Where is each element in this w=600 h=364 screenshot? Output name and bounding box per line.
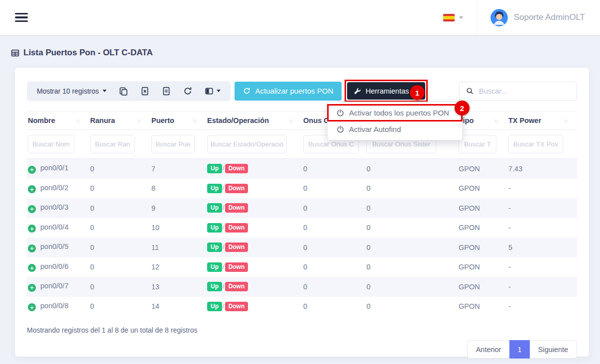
column-header-2[interactable]: Puerto↑↓ xyxy=(150,112,206,130)
expand-row-icon[interactable]: + xyxy=(28,264,36,272)
expand-row-icon[interactable]: + xyxy=(28,205,36,213)
expand-row-icon[interactable]: + xyxy=(28,225,36,233)
cell-tipo: GPON xyxy=(458,297,507,317)
column-header-0[interactable]: Nombre↑↓ xyxy=(27,112,89,130)
cell-nombre: pon0/0/3 xyxy=(40,203,68,211)
cell-onus: 0 xyxy=(302,198,365,218)
tools-dropdown-menu: Activar todos los puertos PONActivar Aut… xyxy=(327,102,463,140)
status-down-badge: Down xyxy=(225,262,248,272)
sort-icon[interactable]: ↑↓ xyxy=(494,118,497,123)
app-screen: Soporte AdminOLT Lista Puertos Pon - OLT… xyxy=(0,0,600,364)
export-excel-icon[interactable] xyxy=(140,87,149,96)
page-title: Lista Puertos Pon - OLT C-DATA xyxy=(11,48,600,58)
table-row: +pon0/0/6012Up/Down00GPON- xyxy=(27,257,577,277)
user-menu[interactable]: Soporte AdminOLT xyxy=(476,0,585,35)
status-down-badge: Down xyxy=(225,282,248,291)
status-up-badge: Up xyxy=(207,184,222,193)
copy-icon[interactable] xyxy=(119,87,128,96)
next-page-button[interactable]: Siguiente xyxy=(530,340,577,359)
refresh-icon[interactable] xyxy=(183,87,192,96)
power-icon xyxy=(337,125,344,133)
cell-nombre: pon0/0/1 xyxy=(40,164,68,172)
current-page-button[interactable]: 1 xyxy=(509,340,529,359)
export-file-icon[interactable] xyxy=(162,87,171,96)
status-up-badge: Up xyxy=(207,203,222,213)
avatar xyxy=(490,9,508,26)
table-body: +pon0/0/107Up/Down00GPON7.43+pon0/0/208U… xyxy=(27,159,577,317)
status-down-badge: Down xyxy=(225,184,248,193)
table-info: Mostrando registros del 1 al 8 de un tot… xyxy=(27,326,577,334)
status-down-badge: Down xyxy=(225,243,248,252)
column-visibility-button[interactable] xyxy=(205,87,221,96)
expand-row-icon[interactable]: + xyxy=(28,185,36,193)
cell-ranura: 0 xyxy=(89,238,150,257)
cell-puerto: 11 xyxy=(150,238,206,257)
table-filter-row xyxy=(27,130,577,159)
filter-cell-3 xyxy=(206,130,302,159)
cell-ranura: 0 xyxy=(89,179,150,199)
cell-puerto: 7 xyxy=(150,159,206,179)
language-selector[interactable] xyxy=(430,14,476,21)
top-navbar: Soporte AdminOLT xyxy=(0,0,600,35)
expand-row-icon[interactable]: + xyxy=(28,166,36,174)
cell-tipo: GPON xyxy=(458,257,507,277)
sort-icon[interactable]: ↑↓ xyxy=(193,118,196,123)
sidebar-toggle-icon[interactable] xyxy=(15,13,28,22)
table-row: +pon0/0/208Up/Down00GPON- xyxy=(27,179,577,199)
column-header-1[interactable]: Ranura↑↓ xyxy=(89,112,150,130)
cell-onus-sister: 0 xyxy=(365,198,458,218)
cell-tx-power: 7.43 xyxy=(507,159,577,179)
cell-puerto: 9 xyxy=(150,198,206,218)
previous-page-button[interactable]: Anterior xyxy=(467,340,510,359)
column-header-3[interactable]: Estado/Operación↑↓ xyxy=(206,112,302,130)
expand-row-icon[interactable]: + xyxy=(28,244,36,252)
cell-onus-sister: 0 xyxy=(365,218,458,238)
search-input[interactable] xyxy=(479,87,570,95)
filter-cell-1 xyxy=(89,130,150,159)
column-filter-input[interactable] xyxy=(90,135,135,153)
table-icon xyxy=(11,49,19,57)
expand-row-icon[interactable]: + xyxy=(28,303,36,311)
table-row: +pon0/0/5011Up/Down00GPON5 xyxy=(27,238,577,257)
cell-puerto: 8 xyxy=(150,179,206,199)
sort-icon[interactable]: ↑↓ xyxy=(76,118,79,123)
column-filter-input[interactable] xyxy=(459,135,496,153)
column-header-7[interactable]: TX Power↑↓ xyxy=(507,112,577,130)
cell-tx-power: - xyxy=(507,198,577,218)
column-filter-input[interactable] xyxy=(28,135,74,153)
cell-onus-sister: 0 xyxy=(365,277,458,297)
page-length-select[interactable]: Mostrar 10 registros xyxy=(37,87,107,95)
column-filter-input[interactable] xyxy=(151,135,195,153)
sort-icon[interactable]: ↑↓ xyxy=(289,118,292,123)
table-row: +pon0/0/4010Up/Down00GPON- xyxy=(27,218,577,238)
status-down-badge: Down xyxy=(225,302,248,311)
filter-cell-2 xyxy=(150,130,206,159)
cell-onus: 0 xyxy=(302,179,365,199)
pon-ports-card: Mostrar 10 registros xyxy=(15,68,589,357)
sort-icon[interactable]: ↑↓ xyxy=(564,118,567,123)
cell-puerto: 13 xyxy=(150,277,206,297)
cell-puerto: 12 xyxy=(150,257,206,277)
expand-row-icon[interactable]: + xyxy=(28,284,36,292)
cell-tipo: GPON xyxy=(458,218,507,238)
toolbar-left-group: Mostrar 10 registros xyxy=(27,81,231,101)
column-filter-input[interactable] xyxy=(508,135,563,153)
cell-ranura: 0 xyxy=(89,277,150,297)
cell-onus-sister: 0 xyxy=(365,159,458,179)
column-filter-input[interactable] xyxy=(207,135,287,153)
cell-nombre: pon0/0/5 xyxy=(40,243,68,250)
cell-ranura: 0 xyxy=(89,198,150,218)
status-up-badge: Up xyxy=(207,262,222,272)
cell-puerto: 14 xyxy=(150,297,206,317)
cell-onus: 0 xyxy=(302,257,365,277)
menu-item-activate-autofind[interactable]: Activar Autofind xyxy=(328,121,462,137)
cell-nombre: pon0/0/7 xyxy=(40,282,68,290)
sort-icon[interactable]: ↑↓ xyxy=(137,118,140,123)
status-down-badge: Down xyxy=(225,164,248,173)
chevron-down-icon xyxy=(459,16,463,19)
cell-tx-power: 5 xyxy=(507,238,577,257)
cell-onus: 0 xyxy=(302,218,365,238)
filter-cell-0 xyxy=(27,130,89,159)
update-pon-ports-button[interactable]: Actualizar puertos PON xyxy=(235,82,342,101)
menu-item-activate-all-pon-ports[interactable]: Activar todos los puertos PON xyxy=(328,105,462,121)
